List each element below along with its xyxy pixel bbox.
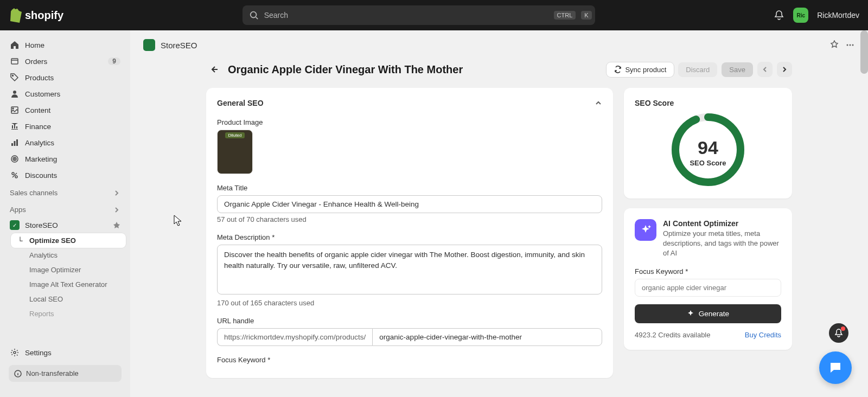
- meta-title-helper: 57 out of 70 characters used: [217, 215, 602, 223]
- seo-score-sub: SEO Score: [690, 159, 726, 167]
- url-handle-label: URL handle: [217, 317, 602, 325]
- analytics-icon: [10, 138, 20, 148]
- svg-point-21: [850, 44, 851, 46]
- more-icon[interactable]: [845, 40, 855, 50]
- notification-bell-icon[interactable]: [774, 10, 784, 21]
- chat-button[interactable]: [819, 351, 852, 384]
- ai-focus-keyword-input[interactable]: [635, 279, 781, 297]
- nav-customers[interactable]: Customers: [4, 86, 126, 102]
- content-icon: [10, 105, 20, 115]
- home-icon: [10, 40, 20, 50]
- subnav-reports[interactable]: Reports: [11, 306, 126, 321]
- username[interactable]: RickMortdev: [817, 11, 859, 20]
- ai-optimizer-card: AI Content Optimizer Optimize your meta …: [624, 208, 792, 350]
- nav-content[interactable]: Content: [4, 102, 126, 118]
- svg-point-16: [14, 351, 16, 354]
- url-handle-input[interactable]: [372, 328, 602, 346]
- scrollbar[interactable]: [860, 30, 868, 74]
- buy-credits-link[interactable]: Buy Credits: [745, 331, 781, 339]
- prev-button[interactable]: [757, 62, 773, 77]
- svg-point-0: [250, 12, 256, 18]
- pin-icon[interactable]: [113, 221, 120, 229]
- nav-finance[interactable]: Finance: [4, 118, 126, 135]
- chevron-right-icon: [781, 66, 788, 73]
- orders-icon: [10, 56, 20, 66]
- svg-line-1: [256, 17, 258, 20]
- generate-button[interactable]: Generate: [635, 304, 781, 323]
- notification-dot: [841, 326, 845, 331]
- chevron-up-icon[interactable]: [595, 99, 602, 107]
- seo-score-card: SEO Score 94 SEO Score: [624, 88, 792, 198]
- seo-score-ring: 94 SEO Score: [670, 112, 746, 188]
- subnav-image-alt-text[interactable]: Image Alt Text Generator: [11, 277, 126, 292]
- nav-marketing[interactable]: Marketing: [4, 151, 126, 167]
- app-header: StoreSEO: [130, 30, 868, 57]
- nav-settings[interactable]: Settings: [4, 344, 126, 361]
- app-header-title: StoreSEO: [161, 41, 197, 50]
- sync-icon: [614, 66, 622, 73]
- nav-discounts[interactable]: Discounts: [4, 167, 126, 183]
- meta-title-input[interactable]: [217, 195, 602, 213]
- search-container: Search CTRL K: [72, 5, 765, 25]
- floating-notification-button[interactable]: [829, 323, 848, 343]
- nav-orders[interactable]: Orders9: [4, 53, 126, 69]
- svg-point-20: [847, 44, 848, 46]
- chat-icon: [828, 361, 843, 375]
- shopify-bag-icon: [9, 8, 22, 23]
- user-avatar[interactable]: Ric: [793, 8, 808, 23]
- ai-focus-keyword-label: Focus Keyword *: [635, 267, 781, 276]
- chevron-right-icon: [113, 206, 120, 214]
- chevron-left-icon: [761, 66, 769, 73]
- discard-button[interactable]: Discard: [678, 62, 717, 77]
- svg-point-14: [15, 176, 17, 178]
- meta-description-input[interactable]: [217, 245, 602, 294]
- product-image-thumbnail[interactable]: Diluted: [217, 130, 253, 174]
- save-button[interactable]: Save: [722, 62, 753, 77]
- marketing-icon: [10, 154, 20, 164]
- main-content: StoreSEO Organic Apple Cider Vinegar Wit…: [130, 30, 868, 397]
- pin-icon[interactable]: [830, 40, 839, 49]
- next-button[interactable]: [777, 62, 792, 77]
- topbar-right: Ric RickMortdev: [774, 8, 859, 23]
- meta-title-label: Meta Title: [217, 184, 602, 192]
- page-title: Organic Apple Cider Vinegar With The Mot…: [228, 63, 600, 76]
- info-icon: [14, 370, 22, 377]
- svg-point-3: [12, 75, 14, 76]
- storeseo-header-icon: [143, 39, 155, 51]
- meta-description-label: Meta Description *: [217, 233, 602, 241]
- finance-icon: [10, 121, 20, 131]
- brand-text: shopify: [25, 9, 63, 22]
- svg-rect-2: [11, 59, 18, 64]
- non-transferable-badge: Non-transferable: [9, 365, 122, 382]
- search-placeholder: Search: [264, 11, 548, 20]
- svg-point-6: [12, 108, 14, 109]
- product-image-tag: Diluted: [225, 132, 245, 138]
- gear-icon: [10, 348, 20, 357]
- topbar: shopify Search CTRL K Ric RickMortdev: [0, 0, 868, 30]
- nav-products[interactable]: Products: [4, 69, 126, 86]
- sales-channels-header[interactable]: Sales channels: [4, 183, 126, 200]
- search-input[interactable]: Search CTRL K: [242, 5, 595, 25]
- apps-header[interactable]: Apps: [4, 200, 126, 217]
- sparkle-icon: [687, 310, 694, 317]
- subnav-optimize-seo[interactable]: └Optimize SEO: [11, 233, 126, 248]
- storeseo-app-icon: ✓: [10, 220, 20, 230]
- svg-point-12: [14, 158, 15, 159]
- back-button[interactable]: [206, 62, 221, 77]
- general-seo-title: General SEO: [217, 99, 264, 107]
- subnav-local-seo[interactable]: Local SEO: [11, 292, 126, 306]
- ai-description: Optimize your meta titles, meta descript…: [663, 229, 781, 259]
- page-title-row: Organic Apple Cider Vinegar With The Mot…: [206, 62, 792, 77]
- ai-title: AI Content Optimizer: [663, 219, 781, 228]
- app-storeseo[interactable]: ✓ StoreSEO: [4, 217, 126, 233]
- subnav-analytics[interactable]: Analytics: [11, 248, 126, 262]
- general-seo-card: General SEO Product Image Diluted Meta T…: [206, 88, 613, 378]
- sync-product-button[interactable]: Sync product: [607, 62, 674, 77]
- seo-score-value: 94: [698, 137, 718, 158]
- nav-home[interactable]: Home: [4, 37, 126, 53]
- shopify-logo[interactable]: shopify: [9, 8, 63, 23]
- subnav-image-optimizer[interactable]: Image Optimizer: [11, 262, 126, 277]
- product-image-label: Product Image: [217, 118, 602, 126]
- nav-analytics[interactable]: Analytics: [4, 135, 126, 151]
- svg-point-22: [852, 44, 854, 46]
